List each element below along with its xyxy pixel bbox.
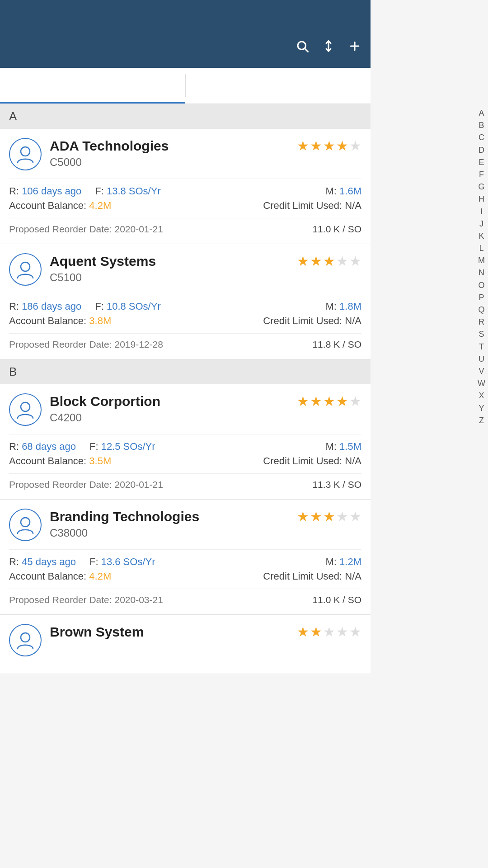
tab-lead[interactable] bbox=[186, 68, 371, 104]
header bbox=[0, 27, 371, 68]
star-rating: ★★★★★ bbox=[297, 624, 361, 640]
customer-stats: R: 186 days ago F: 10.8 SOs/Yr M: 1.8M A… bbox=[9, 294, 361, 327]
star-rating: ★★★★★ bbox=[297, 253, 361, 269]
credit-stat: Credit Limit Used: N/A bbox=[263, 200, 361, 212]
avatar bbox=[9, 624, 42, 656]
recency-stat: R: 68 days ago bbox=[9, 441, 76, 453]
reorder-row: Proposed Reorder Date: 2020-01-21 11.0 K… bbox=[9, 218, 361, 235]
avatar bbox=[9, 138, 42, 170]
recency-stat: R: 186 days ago bbox=[9, 301, 81, 312]
reorder-value: 11.3 K / SO bbox=[312, 479, 361, 490]
customer-name: Aquent Systems bbox=[50, 253, 297, 269]
monetary-stat: M: 1.5M bbox=[326, 441, 361, 453]
customer-code: C38000 bbox=[50, 527, 297, 539]
stats-row-top: R: 186 days ago F: 10.8 SOs/Yr M: 1.8M bbox=[9, 301, 361, 312]
credit-stat: Credit Limit Used: N/A bbox=[263, 455, 361, 467]
stats-row-bottom: Account Balance: 4.2M Credit Limit Used:… bbox=[9, 571, 361, 582]
search-icon[interactable] bbox=[296, 39, 309, 56]
customer-list: A ADA Technologies C5000 ★★★★★ R: 106 da… bbox=[0, 104, 371, 674]
balance-stat: Account Balance: 3.5M bbox=[9, 455, 111, 467]
header-actions bbox=[296, 39, 361, 56]
frequency-stat: F: 10.8 SOs/Yr bbox=[95, 301, 161, 312]
balance-stat: Account Balance: 4.2M bbox=[9, 200, 111, 212]
sort-icon[interactable] bbox=[322, 39, 335, 56]
stats-row-top: R: 45 days ago F: 13.6 SOs/Yr M: 1.2M bbox=[9, 556, 361, 568]
star-rating: ★★★★★ bbox=[297, 138, 361, 154]
customer-info: Branding Technologies C38000 bbox=[50, 509, 297, 539]
section-header-b: B bbox=[0, 359, 371, 384]
tab-customer[interactable] bbox=[0, 68, 185, 104]
customer-name: Block Corportion bbox=[50, 393, 297, 410]
frequency-stat: F: 12.5 SOs/Yr bbox=[89, 441, 155, 453]
customer-name: ADA Technologies bbox=[50, 138, 297, 154]
stats-row-top: R: 68 days ago F: 12.5 SOs/Yr M: 1.5M bbox=[9, 441, 361, 453]
reorder-value: 11.8 K / SO bbox=[312, 339, 361, 350]
recency-stat: R: 45 days ago bbox=[9, 556, 76, 568]
customer-info: ADA Technologies C5000 bbox=[50, 138, 297, 169]
reorder-label: Proposed Reorder Date: 2020-01-21 bbox=[9, 479, 163, 490]
credit-stat: Credit Limit Used: N/A bbox=[263, 571, 361, 582]
reorder-row: Proposed Reorder Date: 2020-01-21 11.3 K… bbox=[9, 473, 361, 490]
frequency-stat: F: 13.8 SOs/Yr bbox=[95, 185, 161, 197]
monetary-stat: M: 1.8M bbox=[326, 301, 361, 312]
reorder-value: 11.0 K / SO bbox=[312, 224, 361, 235]
section-header-a: A bbox=[0, 104, 371, 129]
avatar bbox=[9, 253, 42, 286]
customer-stats: R: 106 days ago F: 13.8 SOs/Yr M: 1.6M A… bbox=[9, 179, 361, 212]
reorder-label: Proposed Reorder Date: 2020-03-21 bbox=[9, 594, 163, 605]
customer-card[interactable]: Branding Technologies C38000 ★★★★★ R: 45… bbox=[0, 500, 371, 615]
customer-info: Brown System bbox=[50, 624, 297, 640]
svg-point-5 bbox=[21, 147, 30, 156]
svg-point-6 bbox=[21, 262, 30, 271]
svg-point-9 bbox=[21, 633, 30, 642]
balance-stat: Account Balance: 4.2M bbox=[9, 571, 111, 582]
tab-bar bbox=[0, 68, 371, 104]
credit-stat: Credit Limit Used: N/A bbox=[263, 315, 361, 327]
customer-card[interactable]: Aquent Systems C5100 ★★★★★ R: 186 days a… bbox=[0, 244, 371, 359]
reorder-row: Proposed Reorder Date: 2019-12-28 11.8 K… bbox=[9, 333, 361, 350]
customer-card[interactable]: Block Corportion C4200 ★★★★★ R: 68 days … bbox=[0, 384, 371, 500]
svg-point-7 bbox=[21, 402, 30, 411]
customer-name: Brown System bbox=[50, 624, 297, 640]
svg-point-8 bbox=[21, 518, 30, 527]
stats-row-bottom: Account Balance: 4.2M Credit Limit Used:… bbox=[9, 200, 361, 212]
customer-card[interactable]: Brown System ★★★★★ bbox=[0, 615, 371, 674]
avatar bbox=[9, 393, 42, 426]
customer-code: C5000 bbox=[50, 156, 297, 169]
reorder-label: Proposed Reorder Date: 2019-12-28 bbox=[9, 339, 163, 350]
stats-row-bottom: Account Balance: 3.8M Credit Limit Used:… bbox=[9, 315, 361, 327]
frequency-stat: F: 13.6 SOs/Yr bbox=[89, 556, 155, 568]
customer-code: C4200 bbox=[50, 411, 297, 424]
reorder-row: Proposed Reorder Date: 2020-03-21 11.0 K… bbox=[9, 589, 361, 605]
add-icon[interactable] bbox=[348, 39, 361, 56]
customer-card[interactable]: ADA Technologies C5000 ★★★★★ R: 106 days… bbox=[0, 129, 371, 244]
star-rating: ★★★★★ bbox=[297, 393, 361, 409]
reorder-label: Proposed Reorder Date: 2020-01-21 bbox=[9, 224, 163, 235]
balance-stat: Account Balance: 3.8M bbox=[9, 315, 111, 327]
avatar bbox=[9, 509, 42, 541]
monetary-stat: M: 1.6M bbox=[326, 185, 361, 197]
star-rating: ★★★★★ bbox=[297, 509, 361, 524]
customer-stats: R: 68 days ago F: 12.5 SOs/Yr M: 1.5M Ac… bbox=[9, 434, 361, 467]
monetary-stat: M: 1.2M bbox=[326, 556, 361, 568]
customer-code: C5100 bbox=[50, 271, 297, 284]
stats-row-bottom: Account Balance: 3.5M Credit Limit Used:… bbox=[9, 455, 361, 467]
svg-line-1 bbox=[305, 48, 308, 52]
customer-stats: R: 45 days ago F: 13.6 SOs/Yr M: 1.2M Ac… bbox=[9, 549, 361, 582]
customer-info: Aquent Systems C5100 bbox=[50, 253, 297, 284]
customer-info: Block Corportion C4200 bbox=[50, 393, 297, 424]
recency-stat: R: 106 days ago bbox=[9, 185, 81, 197]
customer-name: Branding Technologies bbox=[50, 509, 297, 525]
reorder-value: 11.0 K / SO bbox=[312, 594, 361, 605]
stats-row-top: R: 106 days ago F: 13.8 SOs/Yr M: 1.6M bbox=[9, 185, 361, 197]
status-bar bbox=[0, 0, 371, 27]
